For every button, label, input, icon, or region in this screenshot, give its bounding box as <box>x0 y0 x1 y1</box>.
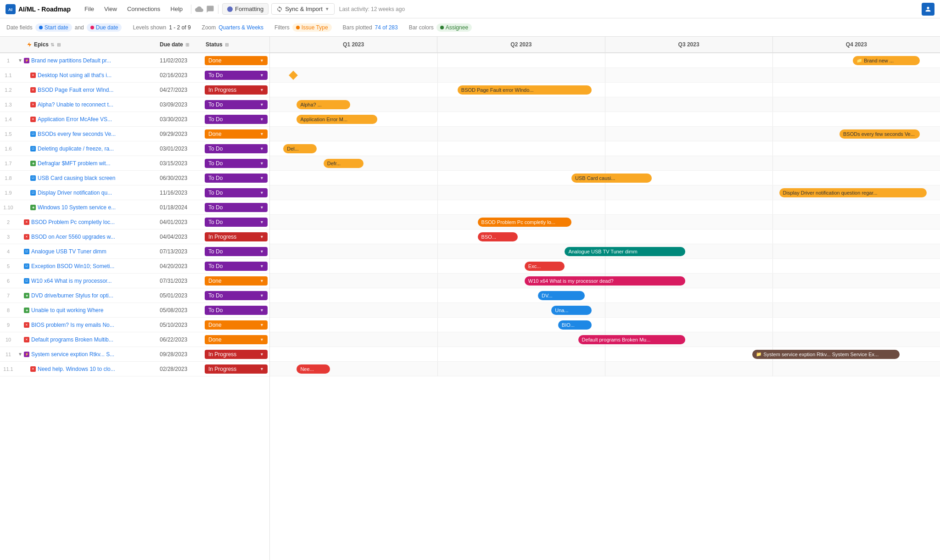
status-caret-icon[interactable]: ▼ <box>260 73 264 78</box>
status-caret-icon[interactable]: ▼ <box>260 132 264 136</box>
issue-title-link[interactable]: USB Card causing black screen <box>38 175 115 181</box>
row-status[interactable]: To Do ▼ <box>203 203 269 212</box>
gantt-bar[interactable]: Display Driver notification question reg… <box>779 188 927 197</box>
row-title[interactable]: ◈ Windows 10 System service e... <box>24 204 157 211</box>
status-badge[interactable]: To Do ▼ <box>205 100 268 109</box>
status-caret-icon[interactable]: ▼ <box>260 249 264 254</box>
table-row[interactable]: 1.4 ✕ Application Error McAfee VS... 03/… <box>0 112 269 127</box>
table-row[interactable]: 1 ▼ ⚡ Brand new partitions Default pr...… <box>0 53 269 68</box>
row-status[interactable]: To Do ▼ <box>203 174 269 183</box>
gantt-bar[interactable]: BSOD Page Fault error WIndo... <box>458 85 592 95</box>
row-status[interactable]: Done ▼ <box>203 276 269 286</box>
issue-title-link[interactable]: W10 x64 What is my processor... <box>31 278 112 284</box>
issue-title-link[interactable]: System service exption Rtkv... S... <box>31 351 114 358</box>
table-row[interactable]: 11.1 ✕ Need help. Windows 10 to clo... 0… <box>0 362 269 376</box>
gantt-bar[interactable]: Defr... <box>324 159 364 168</box>
gantt-bar[interactable]: W10 x64 What is my processor dead? <box>525 276 685 286</box>
row-title[interactable]: ✕ BSOD on Acer 5560 upgrades w... <box>24 234 157 240</box>
issue-title-link[interactable]: Deleting duplicate / freeze, ra... <box>38 146 114 152</box>
table-row[interactable]: 1.5 ☑ BSODs every few seconds Ve... 09/2… <box>0 127 269 141</box>
gantt-bar[interactable]: Alpha? ... <box>297 100 350 109</box>
col-status-header[interactable]: Status ⊞ <box>203 41 269 48</box>
row-status[interactable]: To Do ▼ <box>203 144 269 153</box>
row-status[interactable]: To Do ▼ <box>203 291 269 300</box>
row-status[interactable]: To Do ▼ <box>203 71 269 80</box>
gantt-bar[interactable]: Del... <box>283 144 317 153</box>
row-status[interactable]: Done ▼ <box>203 320 269 330</box>
row-status[interactable]: To Do ▼ <box>203 262 269 271</box>
status-filter-icon[interactable]: ⊞ <box>225 42 229 47</box>
status-badge[interactable]: In Progress ▼ <box>205 85 268 95</box>
table-row[interactable]: 9 ✕ BIOS problem? Is my emails No... 05/… <box>0 318 269 332</box>
gantt-bar[interactable]: 📁System service exption Rtkv... System S… <box>752 350 900 359</box>
status-caret-icon[interactable]: ▼ <box>260 352 264 357</box>
row-title[interactable]: ✕ Desktop Not using all that's i... <box>24 72 157 78</box>
status-caret-icon[interactable]: ▼ <box>260 161 264 166</box>
table-row[interactable]: 1.2 ✕ BSOD Page Fault error WInd... 04/2… <box>0 83 269 97</box>
row-status[interactable]: To Do ▼ <box>203 100 269 109</box>
status-caret-icon[interactable]: ▼ <box>260 117 264 122</box>
issue-title-link[interactable]: BSODs every few seconds Ve... <box>38 131 116 137</box>
status-badge[interactable]: To Do ▼ <box>205 218 268 227</box>
row-status[interactable]: To Do ▼ <box>203 306 269 315</box>
table-row[interactable]: 11 ▼ ⚡ System service exption Rtkv... S.… <box>0 347 269 362</box>
row-title[interactable]: ✕ BIOS problem? Is my emails No... <box>24 322 157 328</box>
gantt-milestone[interactable] <box>289 71 298 80</box>
status-caret-icon[interactable]: ▼ <box>260 323 264 327</box>
row-title[interactable]: ☑ Display Driver notification qu... <box>24 190 157 196</box>
row-title[interactable]: ⚡ Brand new partitions Default pr... <box>24 57 157 64</box>
table-row[interactable]: 1.6 ☑ Deleting duplicate / freeze, ra...… <box>0 141 269 156</box>
col-due-header[interactable]: Due date ⊞ <box>157 41 203 48</box>
row-title[interactable]: ☑ W10 x64 What is my processor... <box>24 278 157 284</box>
status-caret-icon[interactable]: ▼ <box>260 88 264 92</box>
row-expand[interactable]: ▼ <box>17 58 24 63</box>
nav-help[interactable]: Help <box>166 4 187 14</box>
status-badge[interactable]: In Progress ▼ <box>205 350 268 359</box>
status-badge[interactable]: Done ▼ <box>205 56 268 65</box>
row-title[interactable]: ⚡ System service exption Rtkv... S... <box>24 351 157 358</box>
status-caret-icon[interactable]: ▼ <box>260 146 264 151</box>
status-badge[interactable]: To Do ▼ <box>205 159 268 168</box>
gantt-bar[interactable]: 📁Brand new ... <box>853 56 920 65</box>
row-title[interactable]: ✕ BSOD Problem Pc completly loc... <box>24 219 157 225</box>
status-badge[interactable]: To Do ▼ <box>205 203 268 212</box>
row-title[interactable]: ✕ Default programs Broken Multib... <box>24 336 157 343</box>
epics-filter-icon[interactable]: ⊞ <box>57 42 61 47</box>
issue-title-link[interactable]: Defraglar $MFT problem wit... <box>38 160 111 167</box>
table-row[interactable]: 5 ☑ Exception BSOD Win10; Someti... 04/2… <box>0 259 269 274</box>
row-status[interactable]: To Do ▼ <box>203 159 269 168</box>
status-caret-icon[interactable]: ▼ <box>260 293 264 298</box>
issue-title-link[interactable]: Alpha? Unable to reconnect t... <box>38 101 113 108</box>
status-caret-icon[interactable]: ▼ <box>260 235 264 239</box>
issue-title-link[interactable]: Display Driver notification qu... <box>38 190 112 196</box>
status-badge[interactable]: To Do ▼ <box>205 71 268 80</box>
status-caret-icon[interactable]: ▼ <box>260 264 264 269</box>
status-caret-icon[interactable]: ▼ <box>260 367 264 371</box>
nav-file[interactable]: File <box>80 4 99 14</box>
expand-toggle[interactable]: ▼ <box>18 58 22 63</box>
status-caret-icon[interactable]: ▼ <box>260 190 264 195</box>
row-title[interactable]: ✕ Alpha? Unable to reconnect t... <box>24 101 157 108</box>
cloud-icon-btn[interactable] <box>195 5 203 13</box>
start-date-chip[interactable]: Start date <box>35 23 72 32</box>
row-status[interactable]: In Progress ▼ <box>203 364 269 374</box>
row-title[interactable]: ☑ Exception BSOD Win10; Someti... <box>24 263 157 269</box>
row-title[interactable]: ◈ DVD drive/burner Stylus for opti... <box>24 292 157 299</box>
status-badge[interactable]: To Do ▼ <box>205 188 268 197</box>
row-title[interactable]: ✕ Need help. Windows 10 to clo... <box>24 366 157 372</box>
table-row[interactable]: 1.9 ☑ Display Driver notification qu... … <box>0 185 269 200</box>
table-row[interactable]: 1.8 ☑ USB Card causing black screen 06/3… <box>0 171 269 185</box>
chat-icon-btn[interactable] <box>206 5 214 13</box>
issue-title-link[interactable]: BSOD Page Fault error WInd... <box>38 87 113 93</box>
row-title[interactable]: ◈ Defraglar $MFT problem wit... <box>24 160 157 167</box>
table-row[interactable]: 7 ◈ DVD drive/burner Stylus for opti... … <box>0 288 269 303</box>
issue-title-link[interactable]: BSOD Problem Pc completly loc... <box>31 219 115 225</box>
row-status[interactable]: Done ▼ <box>203 335 269 344</box>
row-status[interactable]: In Progress ▼ <box>203 232 269 241</box>
status-caret-icon[interactable]: ▼ <box>260 176 264 180</box>
issue-type-chip[interactable]: Issue Type <box>292 23 332 32</box>
row-title[interactable]: ☑ USB Card causing black screen <box>24 175 157 181</box>
status-caret-icon[interactable]: ▼ <box>260 279 264 283</box>
gantt-bar[interactable]: USB Card causi... <box>571 174 652 183</box>
row-status[interactable]: In Progress ▼ <box>203 85 269 95</box>
